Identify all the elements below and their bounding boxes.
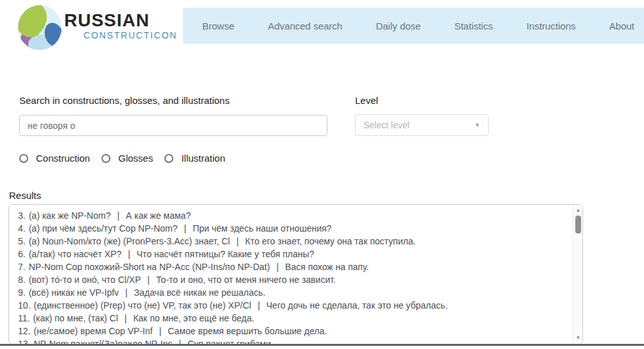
result-number: 5.: [18, 236, 26, 246]
result-row[interactable]: 5.(а) Noun-Nom/кто (же) (PronPers-3.Acc)…: [18, 235, 570, 248]
result-example: Чего дочь не сделала, так это не убралас…: [266, 300, 448, 311]
result-construction: (а/так) что насчёт XP?: [29, 249, 121, 259]
result-construction: (а) как же NP-Nom?: [29, 210, 111, 221]
result-construction: (как) по мне, (так) Cl: [33, 313, 117, 323]
level-select[interactable]: Select level ▼: [355, 114, 489, 136]
result-example: А как же мама?: [126, 210, 191, 221]
result-example: То-то и оно, что от меня ничего не завис…: [156, 275, 336, 285]
result-example: При чём здесь наши отношения?: [193, 223, 331, 234]
result-separator: |: [236, 236, 239, 246]
result-separator: |: [125, 287, 128, 298]
main-nav: Browse Advanced search Daily dose Statis…: [183, 8, 644, 44]
result-construction: (единственное) (Prep) что (не) VP, так э…: [33, 300, 251, 311]
result-example: Задача всё никак не решалась.: [134, 287, 266, 298]
result-separator: |: [159, 326, 162, 336]
result-separator: |: [257, 300, 260, 311]
nav-item-advanced-search[interactable]: Advanced search: [268, 21, 342, 31]
results-scrollbar[interactable]: ▲ ▼: [573, 205, 582, 344]
result-row[interactable]: 8.(вот) то́-то и оно́, что Cl/XP|То-то и…: [18, 273, 570, 286]
result-separator: |: [276, 262, 279, 272]
result-separator: |: [148, 275, 150, 285]
result-separator: |: [125, 313, 127, 323]
result-separator: |: [128, 249, 130, 259]
result-number: 11.: [18, 313, 30, 323]
search-input[interactable]: [19, 115, 327, 136]
result-number: 7.: [18, 262, 26, 272]
result-number: 12.: [18, 326, 30, 336]
result-row[interactable]: 11.(как) по мне, (так) Cl|Как по мне, эт…: [18, 312, 570, 325]
result-construction: (не/самое) время Cop VP-Inf: [33, 326, 152, 336]
result-row[interactable]: 7.NP-Nom Cop похожий-Short на NP-Acc (NP…: [18, 260, 570, 273]
result-construction: NP-Nom пахнет/(За)пахло NP-Ins: [33, 339, 172, 344]
result-construction: (вот) то́-то и оно́, что Cl/XP: [29, 275, 141, 285]
scrollbar-thumb[interactable]: [575, 216, 581, 234]
result-example: Как по мне, это ещё не беда.: [133, 313, 254, 323]
result-example: Суп пахнет грибами.: [187, 339, 274, 344]
radio-option-construction[interactable]: Construction: [19, 153, 90, 164]
radio-illustration[interactable]: [164, 154, 173, 163]
radio-option-illustration[interactable]: Illustration: [164, 153, 225, 164]
result-row[interactable]: 4.(а) при чём здесь/тут Cop NP-Nom?|При …: [18, 222, 570, 235]
search-label: Search in constructions, glosses, and il…: [19, 95, 230, 106]
result-number: 3.: [18, 210, 26, 221]
level-label: Level: [355, 95, 378, 106]
radio-construction[interactable]: [19, 154, 28, 163]
window-bottom-edge: [0, 344, 644, 346]
results-list: 3.(а) как же NP-Nom?|А как же мама?4.(а)…: [9, 205, 573, 344]
radio-label-glosses: Glosses: [118, 153, 153, 164]
scroll-down-icon[interactable]: ▼: [573, 334, 583, 343]
results-box: 3.(а) как же NP-Nom?|А как же мама?4.(а)…: [8, 204, 583, 345]
brand-logo[interactable]: [18, 5, 62, 50]
result-row[interactable]: 9.(всё) никак не VP-Ipfv|Задача всё ника…: [18, 286, 570, 299]
result-number: 6.: [18, 249, 26, 259]
result-construction: (всё) никак не VP-Ipfv: [29, 287, 119, 298]
result-number: 10.: [18, 300, 30, 311]
result-row[interactable]: 3.(а) как же NP-Nom?|А как же мама?: [18, 209, 570, 222]
level-select-placeholder: Select level: [363, 120, 410, 130]
brand-wordmark: RUSSIAN CONSTRUCTICON: [64, 11, 177, 40]
result-row[interactable]: 12.(не/самое) время Cop VP-Inf|Самое вре…: [18, 325, 570, 337]
nav-item-instructions[interactable]: Instructions: [527, 21, 576, 31]
result-construction: (а) Noun-Nom/кто (же) (PronPers-3.Acc) з…: [29, 236, 231, 246]
nav-item-about[interactable]: About: [609, 21, 634, 31]
result-number: 13.: [18, 339, 30, 344]
result-number: 9.: [18, 287, 26, 298]
search-scope-radio-group: Construction Glosses Illustration: [19, 153, 237, 164]
result-separator: |: [184, 223, 187, 234]
result-example: Кто его знает, почему она так поступила.: [245, 236, 416, 246]
result-construction: (а) при чём здесь/тут Cop NP-Nom?: [29, 223, 178, 234]
nav-item-statistics[interactable]: Statistics: [455, 21, 493, 31]
radio-label-illustration: Illustration: [181, 153, 225, 164]
radio-glosses[interactable]: [101, 154, 110, 163]
result-number: 4.: [18, 223, 26, 234]
results-label: Results: [9, 190, 41, 201]
result-example: Самое время вершить большие дела.: [168, 326, 327, 336]
page: RUSSIAN CONSTRUCTICON Browse Advanced se…: [0, 0, 644, 349]
result-separator: |: [178, 339, 181, 344]
nav-item-daily-dose[interactable]: Daily dose: [376, 21, 421, 31]
result-row[interactable]: 6.(а/так) что насчёт XP?|Что насчёт пятн…: [18, 248, 570, 260]
result-number: 8.: [18, 275, 26, 285]
result-separator: |: [117, 210, 119, 221]
result-row[interactable]: 13.NP-Nom пахнет/(За)пахло NP-Ins|Суп па…: [18, 337, 570, 344]
result-construction: NP-Nom Cop похожий-Short на NP-Acc (NP-I…: [29, 262, 270, 272]
result-row[interactable]: 10.(единственное) (Prep) что (не) VP, та…: [18, 299, 570, 312]
radio-label-construction: Construction: [36, 153, 90, 164]
nav-item-browse[interactable]: Browse: [202, 21, 234, 31]
scroll-up-icon[interactable]: ▲: [573, 206, 583, 215]
result-example: Вася похож на папу.: [285, 262, 369, 272]
brand-title: RUSSIAN: [64, 11, 177, 30]
brand-subtitle: CONSTRUCTICON: [83, 30, 177, 40]
radio-option-glosses[interactable]: Glosses: [101, 153, 153, 164]
result-example: Что насчёт пятницы? Какие у тебя планы?: [137, 249, 315, 259]
chevron-down-icon: ▼: [474, 122, 480, 128]
